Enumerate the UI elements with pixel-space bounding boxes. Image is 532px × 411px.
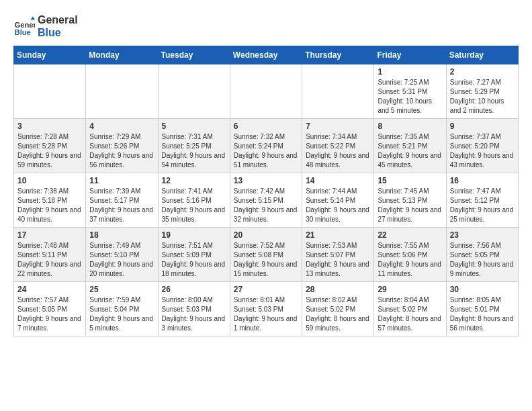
svg-marker-2 [31, 17, 35, 20]
day-info-line: Sunrise: 7:45 AM [378, 187, 429, 195]
day-info-line: Sunset: 5:17 PM [89, 197, 139, 204]
calendar-cell [14, 64, 86, 119]
day-info: Sunrise: 7:53 AMSunset: 5:07 PMDaylight:… [306, 241, 370, 279]
calendar-cell: 21Sunrise: 7:53 AMSunset: 5:07 PMDayligh… [302, 228, 374, 282]
day-number: 27 [234, 285, 298, 294]
day-info-line: Sunset: 5:03 PM [234, 306, 283, 313]
day-info-line: Daylight: 9 hours and 3 minutes. [162, 315, 226, 332]
day-info: Sunrise: 7:25 AMSunset: 5:31 PMDaylight:… [378, 78, 442, 116]
logo-icon: General Blue [13, 15, 35, 37]
calendar-cell: 11Sunrise: 7:39 AMSunset: 5:17 PMDayligh… [86, 173, 158, 228]
day-info: Sunrise: 7:52 AMSunset: 5:08 PMDaylight:… [234, 241, 298, 279]
header-cell-wednesday: Wednesday [230, 46, 302, 64]
day-info: Sunrise: 7:35 AMSunset: 5:21 PMDaylight:… [378, 132, 442, 170]
day-info: Sunrise: 7:38 AMSunset: 5:18 PMDaylight:… [17, 187, 82, 224]
header-cell-tuesday: Tuesday [158, 46, 230, 64]
day-number: 29 [378, 285, 442, 294]
day-info-line: Sunset: 5:18 PM [17, 197, 67, 204]
day-number: 21 [306, 230, 370, 240]
day-info-line: Daylight: 9 hours and 18 minutes. [162, 261, 226, 277]
day-info-line: Sunset: 5:21 PM [378, 142, 427, 150]
day-info-line: Sunrise: 7:48 AM [17, 242, 69, 249]
day-number: 17 [17, 230, 82, 240]
header-cell-monday: Monday [86, 46, 158, 64]
day-info: Sunrise: 7:56 AMSunset: 5:05 PMDaylight:… [450, 241, 515, 279]
day-info-line: Sunrise: 8:01 AM [234, 296, 285, 304]
day-number: 5 [162, 122, 226, 131]
day-info-line: Daylight: 9 hours and 11 minutes. [378, 261, 441, 277]
day-info-line: Daylight: 8 hours and 59 minutes. [306, 315, 369, 332]
day-info-line: Sunrise: 7:41 AM [162, 187, 213, 195]
day-number: 13 [234, 176, 298, 185]
day-info-line: Sunrise: 8:00 AM [162, 296, 213, 304]
calendar-cell [302, 64, 374, 119]
day-info-line: Sunset: 5:14 PM [306, 197, 355, 204]
calendar-cell: 20Sunrise: 7:52 AMSunset: 5:08 PMDayligh… [230, 228, 302, 282]
day-info-line: Daylight: 9 hours and 20 minutes. [89, 261, 153, 277]
day-info-line: Sunrise: 7:57 AM [17, 296, 69, 304]
day-info-line: Sunset: 5:03 PM [162, 306, 212, 313]
day-info-line: Sunset: 5:08 PM [234, 251, 283, 259]
day-info-line: Sunrise: 7:38 AM [17, 187, 69, 195]
day-info: Sunrise: 8:05 AMSunset: 5:01 PMDaylight:… [450, 295, 515, 333]
calendar-cell [86, 64, 158, 119]
day-number: 7 [306, 122, 370, 131]
day-number: 3 [17, 122, 82, 131]
day-number: 11 [89, 176, 154, 185]
calendar-cell: 9Sunrise: 7:37 AMSunset: 5:20 PMDaylight… [446, 119, 518, 173]
calendar-header: SundayMondayTuesdayWednesdayThursdayFrid… [14, 46, 519, 64]
day-info-line: Sunset: 5:11 PM [17, 251, 67, 259]
day-info: Sunrise: 7:29 AMSunset: 5:26 PMDaylight:… [89, 132, 154, 170]
day-number: 26 [162, 285, 226, 294]
day-info-line: Sunset: 5:07 PM [306, 251, 355, 259]
calendar-cell: 26Sunrise: 8:00 AMSunset: 5:03 PMDayligh… [158, 282, 230, 336]
header-cell-friday: Friday [374, 46, 446, 64]
day-number: 19 [162, 230, 226, 240]
calendar-cell: 16Sunrise: 7:47 AMSunset: 5:12 PMDayligh… [446, 173, 518, 228]
calendar-cell [230, 64, 302, 119]
calendar-cell: 30Sunrise: 8:05 AMSunset: 5:01 PMDayligh… [446, 282, 518, 336]
day-info-line: Daylight: 9 hours and 40 minutes. [17, 206, 81, 223]
day-info-line: Sunrise: 7:42 AM [234, 187, 285, 195]
day-info: Sunrise: 7:27 AMSunset: 5:29 PMDaylight:… [450, 78, 515, 116]
day-number: 12 [162, 176, 226, 185]
day-info-line: Daylight: 9 hours and 13 minutes. [306, 261, 369, 277]
calendar-cell: 19Sunrise: 7:51 AMSunset: 5:09 PMDayligh… [158, 228, 230, 282]
calendar-cell: 13Sunrise: 7:42 AMSunset: 5:15 PMDayligh… [230, 173, 302, 228]
day-info: Sunrise: 7:39 AMSunset: 5:17 PMDaylight:… [89, 187, 154, 224]
calendar-cell: 4Sunrise: 7:29 AMSunset: 5:26 PMDaylight… [86, 119, 158, 173]
day-info-line: Sunrise: 7:39 AM [89, 187, 140, 195]
day-info-line: Sunrise: 7:35 AM [378, 133, 429, 140]
day-info: Sunrise: 7:45 AMSunset: 5:13 PMDaylight:… [378, 187, 442, 224]
day-info: Sunrise: 7:47 AMSunset: 5:12 PMDaylight:… [450, 187, 515, 224]
calendar-cell: 14Sunrise: 7:44 AMSunset: 5:14 PMDayligh… [302, 173, 374, 228]
calendar-cell: 12Sunrise: 7:41 AMSunset: 5:16 PMDayligh… [158, 173, 230, 228]
day-info: Sunrise: 7:59 AMSunset: 5:04 PMDaylight:… [89, 295, 154, 333]
week-row-5: 24Sunrise: 7:57 AMSunset: 5:05 PMDayligh… [14, 282, 519, 336]
day-info-line: Sunset: 5:09 PM [162, 251, 212, 259]
day-info: Sunrise: 7:42 AMSunset: 5:15 PMDaylight:… [234, 187, 298, 224]
day-info-line: Daylight: 9 hours and 1 minute. [234, 315, 298, 332]
day-number: 2 [450, 67, 515, 77]
day-number: 18 [89, 230, 154, 240]
day-info: Sunrise: 7:41 AMSunset: 5:16 PMDaylight:… [162, 187, 226, 224]
day-info: Sunrise: 7:28 AMSunset: 5:28 PMDaylight:… [17, 132, 82, 170]
day-info-line: Sunset: 5:13 PM [378, 197, 427, 204]
calendar-cell: 15Sunrise: 7:45 AMSunset: 5:13 PMDayligh… [374, 173, 446, 228]
day-info-line: Daylight: 9 hours and 51 minutes. [234, 152, 298, 169]
day-info-line: Sunset: 5:24 PM [234, 142, 283, 150]
day-number: 16 [450, 176, 515, 185]
day-number: 14 [306, 176, 370, 185]
calendar-cell: 24Sunrise: 7:57 AMSunset: 5:05 PMDayligh… [14, 282, 86, 336]
day-info-line: Sunrise: 7:52 AM [234, 242, 285, 249]
day-info-line: Sunset: 5:16 PM [162, 197, 212, 204]
day-info-line: Sunset: 5:22 PM [306, 142, 355, 150]
day-info-line: Sunrise: 7:59 AM [89, 296, 140, 304]
header-cell-saturday: Saturday [446, 46, 518, 64]
day-info-line: Daylight: 9 hours and 43 minutes. [450, 152, 514, 169]
day-info: Sunrise: 8:02 AMSunset: 5:02 PMDaylight:… [306, 295, 370, 333]
day-info-line: Sunrise: 7:25 AM [378, 79, 429, 86]
svg-text:Blue: Blue [15, 28, 31, 36]
day-info: Sunrise: 7:31 AMSunset: 5:25 PMDaylight:… [162, 132, 226, 170]
logo-general: General [38, 13, 78, 26]
